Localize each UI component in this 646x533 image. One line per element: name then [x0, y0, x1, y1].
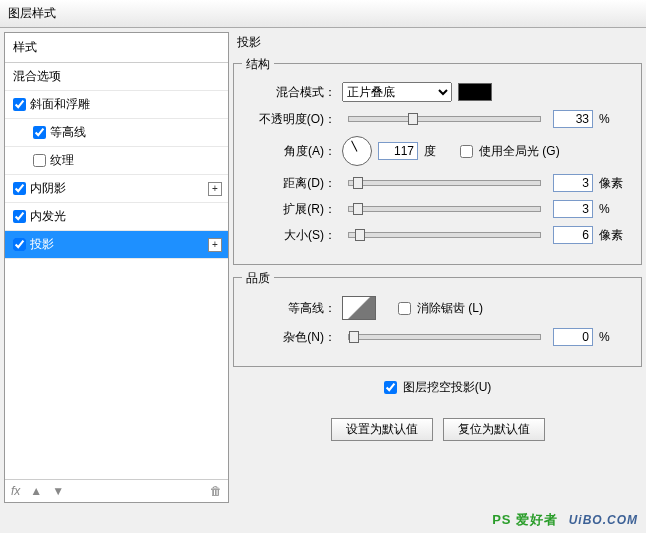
size-slider[interactable]	[348, 232, 541, 238]
style-label: 内发光	[30, 208, 66, 225]
size-unit: 像素	[599, 227, 629, 244]
style-label: 等高线	[50, 124, 86, 141]
antialias-label: 消除锯齿 (L)	[417, 300, 483, 317]
window-title: 图层样式	[8, 6, 56, 20]
shadow-color-swatch[interactable]	[458, 83, 492, 101]
style-item-5[interactable]: 内发光	[5, 203, 228, 231]
style-item-2[interactable]: 等高线	[5, 119, 228, 147]
distance-label: 距离(D)：	[246, 175, 336, 192]
style-checkbox[interactable]	[33, 154, 46, 167]
arrow-up-icon[interactable]: ▲	[30, 484, 42, 498]
style-checkbox[interactable]	[13, 210, 26, 223]
distance-unit: 像素	[599, 175, 629, 192]
watermark-url: UiBO.COM	[569, 513, 638, 527]
style-label: 斜面和浮雕	[30, 96, 90, 113]
style-checkbox[interactable]	[13, 98, 26, 111]
style-label: 纹理	[50, 152, 74, 169]
style-checkbox[interactable]	[33, 126, 46, 139]
contour-label: 等高线：	[246, 300, 336, 317]
distance-slider[interactable]	[348, 180, 541, 186]
fx-label[interactable]: fx	[11, 484, 20, 498]
blend-mode-select[interactable]: 正片叠底	[342, 82, 452, 102]
styles-sidebar: 样式 混合选项斜面和浮雕等高线纹理内阴影+内发光投影+ fx ▲ ▼ 🗑	[4, 32, 229, 503]
trash-icon[interactable]: 🗑	[210, 484, 222, 498]
angle-label: 角度(A)：	[246, 143, 336, 160]
global-light-label: 使用全局光 (G)	[479, 143, 560, 160]
style-checkbox[interactable]	[13, 238, 26, 251]
spread-label: 扩展(R)：	[246, 201, 336, 218]
style-label: 投影	[30, 236, 54, 253]
noise-label: 杂色(N)：	[246, 329, 336, 346]
contour-picker[interactable]	[342, 296, 376, 320]
quality-title: 品质	[242, 270, 274, 287]
style-item-1[interactable]: 斜面和浮雕	[5, 91, 228, 119]
watermark: PS 爱好者 UiBO.COM	[492, 506, 638, 529]
angle-input[interactable]	[378, 142, 418, 160]
antialias-checkbox[interactable]	[398, 302, 411, 315]
spread-unit: %	[599, 202, 629, 216]
add-effect-icon[interactable]: +	[208, 182, 222, 196]
make-default-button[interactable]: 设置为默认值	[331, 418, 433, 441]
style-item-3[interactable]: 纹理	[5, 147, 228, 175]
knockout-label: 图层挖空投影(U)	[403, 379, 492, 396]
layer-style-dialog: 图层样式 样式 混合选项斜面和浮雕等高线纹理内阴影+内发光投影+ fx ▲ ▼ …	[0, 0, 646, 533]
size-input[interactable]	[553, 226, 593, 244]
fx-toolbar: fx ▲ ▼ 🗑	[5, 479, 228, 502]
spread-slider[interactable]	[348, 206, 541, 212]
spread-input[interactable]	[553, 200, 593, 218]
noise-unit: %	[599, 330, 629, 344]
angle-unit: 度	[424, 143, 454, 160]
style-label: 内阴影	[30, 180, 66, 197]
opacity-label: 不透明度(O)：	[246, 111, 336, 128]
noise-slider[interactable]	[348, 334, 541, 340]
settings-panel: 投影 结构 混合模式： 正片叠底 不透明度(O)： % 角度(A)：	[233, 32, 642, 503]
structure-group: 结构 混合模式： 正片叠底 不透明度(O)： % 角度(A)： 度	[233, 63, 642, 265]
distance-input[interactable]	[553, 174, 593, 192]
quality-group: 品质 等高线： 消除锯齿 (L) 杂色(N)： %	[233, 277, 642, 367]
watermark-tag: PS 爱好者	[492, 512, 558, 527]
reset-default-button[interactable]: 复位为默认值	[443, 418, 545, 441]
opacity-slider[interactable]	[348, 116, 541, 122]
style-item-0[interactable]: 混合选项	[5, 63, 228, 91]
titlebar[interactable]: 图层样式	[0, 0, 646, 28]
blend-mode-label: 混合模式：	[246, 84, 336, 101]
structure-title: 结构	[242, 56, 274, 73]
arrow-down-icon[interactable]: ▼	[52, 484, 64, 498]
size-label: 大小(S)：	[246, 227, 336, 244]
panel-title: 投影	[233, 35, 261, 49]
style-item-6[interactable]: 投影+	[5, 231, 228, 259]
add-effect-icon[interactable]: +	[208, 238, 222, 252]
opacity-input[interactable]	[553, 110, 593, 128]
knockout-checkbox[interactable]	[384, 381, 397, 394]
opacity-unit: %	[599, 112, 629, 126]
styles-list: 混合选项斜面和浮雕等高线纹理内阴影+内发光投影+	[5, 63, 228, 479]
angle-dial[interactable]	[342, 136, 372, 166]
style-checkbox[interactable]	[13, 182, 26, 195]
noise-input[interactable]	[553, 328, 593, 346]
style-item-4[interactable]: 内阴影+	[5, 175, 228, 203]
styles-header: 样式	[5, 33, 228, 63]
global-light-checkbox[interactable]	[460, 145, 473, 158]
style-label: 混合选项	[13, 68, 61, 85]
